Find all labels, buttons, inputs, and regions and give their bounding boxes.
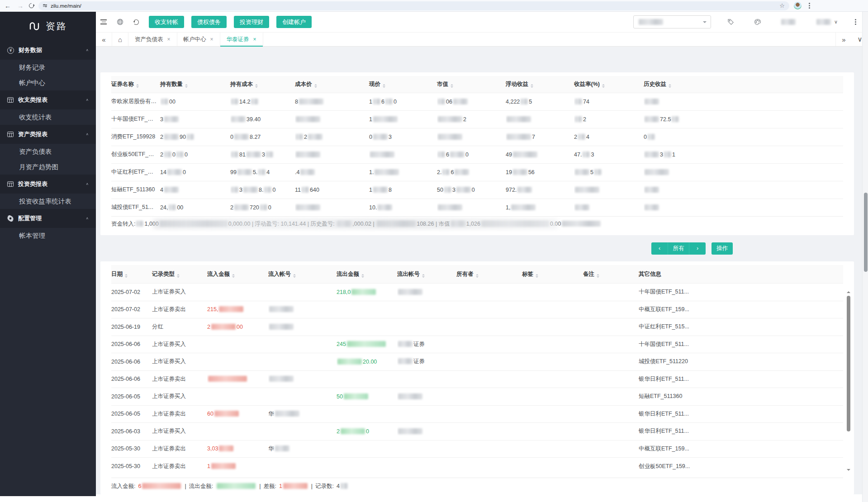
- url-text[interactable]: zilu.me/main/: [51, 3, 776, 9]
- tab-close-icon[interactable]: ×: [210, 36, 213, 43]
- sort-icon[interactable]: [185, 84, 188, 88]
- cell-text: 0: [465, 152, 469, 158]
- sort-icon[interactable]: [422, 274, 425, 278]
- scroll-up-icon[interactable]: [847, 289, 850, 293]
- tab-帐户中心[interactable]: 帐户中心×: [177, 33, 220, 46]
- column-header-持有数量[interactable]: 持有数量: [160, 76, 230, 93]
- account-select[interactable]: [633, 15, 711, 28]
- prev-page-button[interactable]: ‹: [651, 242, 668, 255]
- sort-icon[interactable]: [597, 274, 599, 278]
- globe-icon[interactable]: [117, 19, 123, 25]
- scroll-down-icon[interactable]: [847, 469, 850, 473]
- sort-icon[interactable]: [361, 274, 364, 278]
- collapse-menu-icon[interactable]: [100, 19, 107, 24]
- tab-close-icon[interactable]: ×: [253, 36, 256, 43]
- redacted-value: [456, 187, 471, 193]
- column-header-流出金额[interactable]: 流出金额: [337, 265, 397, 283]
- tab-close-icon[interactable]: ×: [167, 36, 171, 43]
- sort-icon[interactable]: [383, 84, 385, 88]
- column-header-所有者[interactable]: 所有者: [456, 265, 522, 283]
- column-header-其它信息[interactable]: 其它信息: [639, 265, 843, 283]
- column-header-流入帐号[interactable]: 流入帐号: [268, 265, 337, 283]
- sort-icon[interactable]: [314, 84, 317, 88]
- app-logo[interactable]: 资路: [0, 12, 96, 41]
- sort-icon[interactable]: [255, 84, 258, 88]
- sidebar-section-收支类报表[interactable]: 收支类报表∧: [0, 90, 96, 109]
- column-label: 成本价: [295, 81, 312, 87]
- browser-forward-icon[interactable]: →: [16, 2, 24, 9]
- page-scrollbar[interactable]: [862, 12, 868, 502]
- sort-icon[interactable]: [451, 84, 453, 88]
- sidebar-item-月资产趋势图[interactable]: 月资产趋势图: [0, 159, 96, 175]
- home-tab-icon[interactable]: ⌂: [112, 33, 128, 46]
- tab-资产负债表[interactable]: 资产负债表×: [128, 33, 177, 46]
- next-page-button[interactable]: ›: [689, 242, 706, 255]
- column-header-市值[interactable]: 市值: [437, 76, 506, 93]
- column-header-备注[interactable]: 备注: [583, 265, 639, 283]
- sort-icon[interactable]: [136, 84, 139, 88]
- sidebar-item-财务记录[interactable]: 财务记录: [0, 60, 96, 75]
- column-header-历史收益[interactable]: 历史收益: [644, 76, 843, 93]
- column-header-流入金额[interactable]: 流入金额: [207, 265, 268, 283]
- column-header-现价[interactable]: 现价: [369, 76, 437, 93]
- sidebar-item-资产负债表[interactable]: 资产负债表: [0, 144, 96, 159]
- toolbar-more-icon[interactable]: [855, 21, 856, 23]
- sort-icon[interactable]: [476, 274, 479, 278]
- toolbar-button-投资理财[interactable]: 投资理财: [234, 16, 269, 28]
- sort-icon[interactable]: [177, 274, 180, 278]
- sidebar-item-投资收益率统计表[interactable]: 投资收益率统计表: [0, 194, 96, 209]
- sidebar-item-收支统计表[interactable]: 收支统计表: [0, 109, 96, 125]
- refresh-icon[interactable]: [133, 19, 139, 25]
- tab-label: 资产负债表: [135, 36, 163, 43]
- column-header-日期[interactable]: 日期: [111, 265, 152, 283]
- column-header-持有成本[interactable]: 持有成本: [230, 76, 295, 93]
- sort-icon[interactable]: [125, 274, 128, 278]
- sort-icon[interactable]: [232, 274, 235, 278]
- tabs-collapse-icon[interactable]: «: [96, 33, 112, 46]
- browser-profile-avatar[interactable]: [794, 2, 802, 9]
- column-header-浮动收益[interactable]: 浮动收益: [506, 76, 574, 93]
- sort-icon[interactable]: [669, 84, 671, 88]
- value-cell: 72.5: [644, 110, 843, 128]
- tag-icon[interactable]: [727, 19, 734, 25]
- column-header-证券名称[interactable]: 证券名称: [111, 76, 160, 93]
- sort-icon[interactable]: [602, 84, 605, 88]
- table-scrollbar[interactable]: [846, 289, 851, 473]
- redacted-icon[interactable]: [781, 19, 796, 25]
- toolbar-button-创建帐户[interactable]: 创建帐户: [276, 16, 312, 28]
- bookmark-star-icon[interactable]: ☆: [779, 2, 785, 9]
- palette-icon[interactable]: [754, 19, 761, 25]
- sidebar-section-配置管理[interactable]: 配置管理∧: [0, 209, 96, 228]
- sidebar-section-投资类报表[interactable]: 投资类报表∧: [0, 175, 96, 194]
- site-info-icon[interactable]: [43, 5, 47, 7]
- sort-icon[interactable]: [293, 274, 296, 278]
- page-scrollbar-thumb[interactable]: [864, 193, 868, 272]
- sidebar-section-财务数据[interactable]: ¥财务数据∧: [0, 41, 96, 60]
- address-bar[interactable]: zilu.me/main/ ☆: [38, 1, 789, 10]
- tabs-expand-icon[interactable]: »: [835, 33, 852, 46]
- column-header-标签[interactable]: 标签: [522, 265, 583, 283]
- tab-华泰证券[interactable]: 华泰证券×: [220, 33, 263, 46]
- toolbar-button-债权债务[interactable]: 债权债务: [191, 16, 227, 28]
- action-button[interactable]: 操作: [711, 242, 733, 255]
- browser-back-icon[interactable]: ←: [4, 2, 12, 9]
- toolbar-button-收支转帐[interactable]: 收支转帐: [149, 16, 184, 28]
- sidebar-section-资产类报表[interactable]: 资产类报表∧: [0, 125, 96, 144]
- value-cell: 证券: [397, 353, 456, 371]
- sidebar-section-label: 资产类报表: [18, 130, 81, 138]
- column-header-记录类型[interactable]: 记录类型: [152, 265, 207, 283]
- user-menu[interactable]: ∨: [816, 19, 838, 25]
- scrollbar-thumb[interactable]: [847, 296, 850, 431]
- browser-reload-icon[interactable]: [28, 2, 35, 9]
- value-cell: [268, 336, 337, 353]
- all-pages-button[interactable]: 所有: [668, 242, 689, 255]
- column-header-流出帐号[interactable]: 流出帐号: [397, 265, 456, 283]
- redacted-value: [575, 204, 589, 210]
- column-header-收益率(%)[interactable]: 收益率(%): [574, 76, 644, 93]
- column-header-成本价[interactable]: 成本价: [295, 76, 369, 93]
- sidebar-item-帐本管理[interactable]: 帐本管理: [0, 228, 96, 243]
- sort-icon[interactable]: [531, 84, 533, 88]
- browser-menu-icon[interactable]: [809, 5, 810, 6]
- sidebar-item-帐户中心[interactable]: 帐户中心: [0, 75, 96, 90]
- sort-icon[interactable]: [536, 274, 538, 278]
